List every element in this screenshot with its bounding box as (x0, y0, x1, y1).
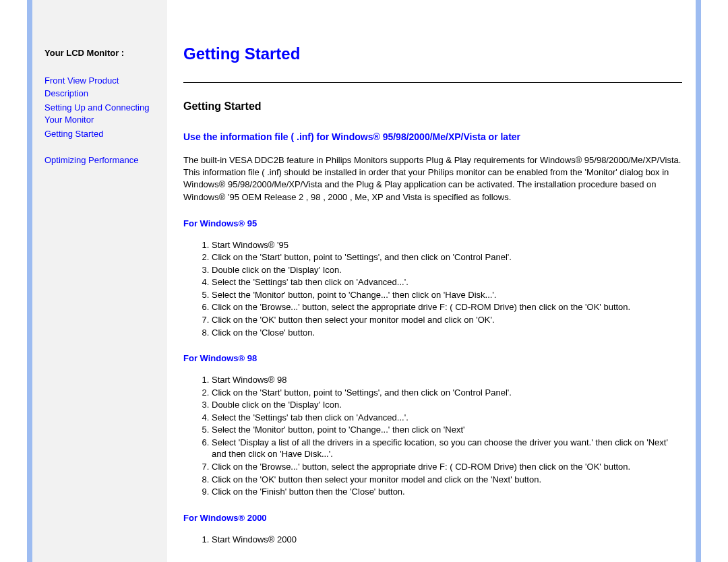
list-item: Click on the 'Browse...' button, select … (212, 461, 682, 473)
page-title: Getting Started (183, 44, 682, 63)
list-item: Click on the 'Close' button. (212, 327, 682, 339)
decorative-stripe-right (696, 0, 701, 562)
os-heading-win98: For Windows® 98 (183, 353, 682, 363)
list-item: Double click on the 'Display' Icon. (212, 399, 682, 411)
list-item: Select the 'Settings' tab then click on … (212, 412, 682, 424)
content-area: Getting Started Getting Started Use the … (167, 0, 696, 562)
list-item: Click on the 'OK' button then select you… (212, 314, 682, 326)
sidebar-link-getting-started[interactable]: Getting Started (44, 128, 158, 141)
steps-win95: Start Windows® '95 Click on the 'Start' … (183, 239, 682, 338)
list-item: Select the 'Monitor' button, point to 'C… (212, 289, 682, 301)
sidebar-title: Your LCD Monitor : (44, 47, 158, 60)
list-item: Click on the 'Finish' button then the 'C… (212, 486, 682, 498)
list-item: Select the 'Settings' tab then click on … (212, 276, 682, 288)
os-heading-win2000: For Windows® 2000 (183, 513, 682, 523)
sidebar: Your LCD Monitor : Front View Product De… (32, 0, 167, 562)
decorative-stripe-left (27, 0, 32, 562)
list-item: Select the 'Monitor' button, point to 'C… (212, 424, 682, 436)
sidebar-link-optimizing[interactable]: Optimizing Performance (44, 154, 158, 167)
steps-win2000: Start Windows® 2000 (183, 534, 682, 546)
section-heading: Getting Started (183, 100, 682, 113)
list-item: Click on the 'Browse...' button, select … (212, 301, 682, 313)
os-heading-win95: For Windows® 95 (183, 218, 682, 228)
intro-paragraph: The built-in VESA DDC2B feature in Phili… (183, 154, 682, 204)
list-item: Start Windows® 98 (212, 374, 682, 386)
list-item: Double click on the 'Display' Icon. (212, 264, 682, 276)
list-item: Start Windows® '95 (212, 239, 682, 251)
sidebar-link-front-view[interactable]: Front View Product Description (44, 75, 158, 100)
intro-subheading: Use the information file ( .inf) for Win… (183, 131, 682, 142)
list-item: Select 'Display a list of all the driver… (212, 437, 682, 460)
sidebar-link-setup[interactable]: Setting Up and Connecting Your Monitor (44, 102, 158, 127)
divider (183, 82, 682, 83)
steps-win98: Start Windows® 98 Click on the 'Start' b… (183, 374, 682, 497)
list-item: Click on the 'OK' button then select you… (212, 474, 682, 486)
list-item: Click on the 'Start' button, point to 'S… (212, 387, 682, 399)
list-item: Click on the 'Start' button, point to 'S… (212, 251, 682, 263)
list-item: Start Windows® 2000 (212, 534, 682, 546)
